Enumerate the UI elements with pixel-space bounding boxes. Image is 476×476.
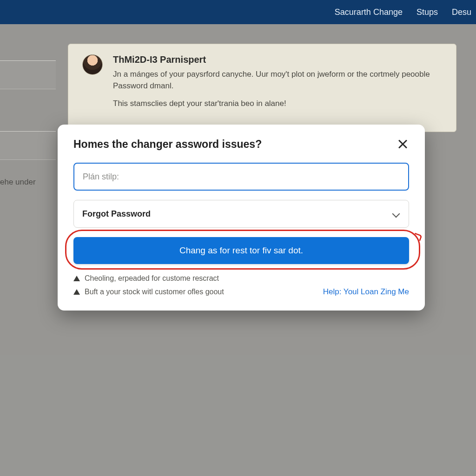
sidebar-row — [0, 60, 56, 89]
info-card: ThMi2D-I3 Parnispert Jn a mánges of your… — [68, 44, 456, 132]
warning-triangle-icon — [73, 289, 80, 295]
top-navbar: Sacurarth Change Stups Desu — [0, 0, 476, 24]
sidebar-partial — [0, 60, 56, 160]
submit-change-label: Chang as for rest tor fiv sar dot. — [179, 245, 303, 256]
password-issue-modal: Homes the changer assword issues? Plán s… — [58, 125, 425, 311]
note-row-2: Buft a your stock witl customer ofles go… — [73, 288, 224, 296]
note-text-2: Buft a your stock witl customer ofles go… — [85, 288, 224, 296]
warning-triangle-icon — [73, 276, 80, 281]
submit-change-button[interactable]: Chang as for rest tor fiv sar dot. — [73, 237, 409, 264]
plan-input[interactable]: Plán stilp: — [73, 163, 409, 191]
note-row-1: Cheoling, erpeaded for custome rescract — [73, 274, 409, 283]
sidebar-row — [0, 131, 56, 160]
avatar — [82, 54, 103, 75]
info-card-body-2: This stamsclies dept your star'trania be… — [113, 98, 443, 110]
info-card-body-1: Jn a mánges of your paysrford canyche. U… — [113, 69, 443, 92]
help-link[interactable]: Help: Youl Loan Zing Me — [323, 287, 409, 297]
nav-item-stups[interactable]: Stups — [416, 7, 438, 17]
issue-type-value: Forgot Password — [82, 209, 151, 219]
nav-item-desu[interactable]: Desu — [452, 7, 471, 17]
nav-item-security-change[interactable]: Sacurarth Change — [335, 7, 403, 17]
close-icon[interactable] — [396, 138, 409, 151]
plan-input-placeholder: Plán stilp: — [83, 172, 119, 182]
issue-type-select[interactable]: Forgot Password — [73, 200, 409, 228]
modal-title: Homes the changer assword issues? — [73, 138, 262, 151]
info-card-title: ThMi2D-I3 Parnispert — [113, 54, 443, 65]
sidebar-label-fragment: ehe under — [0, 178, 36, 187]
note-text-1: Cheoling, erpeaded for custome rescract — [85, 274, 219, 283]
chevron-down-icon — [392, 210, 400, 218]
